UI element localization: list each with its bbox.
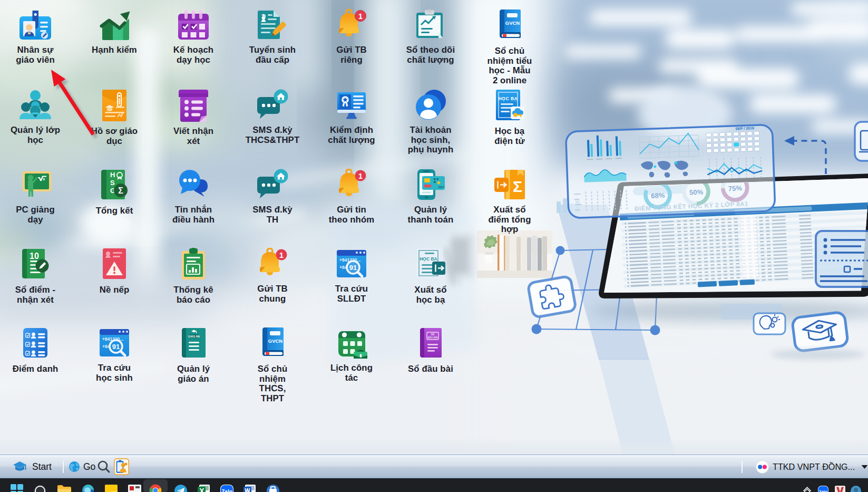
svg-text:x: x — [43, 177, 45, 181]
svg-text:HỌC BẠ: HỌC BẠ — [420, 256, 437, 262]
svg-text:Zalo: Zalo — [221, 489, 232, 492]
svg-text:SỔ: SỔ — [431, 333, 435, 336]
svg-text:GIÁO ÁN: GIÁO ÁN — [188, 335, 200, 338]
svg-text:VNPT: VNPT — [438, 186, 444, 189]
svg-text:10: 10 — [30, 252, 39, 261]
svg-text:1: 1 — [358, 12, 363, 21]
svg-text:1: 1 — [279, 250, 284, 259]
svg-text:91: 91 — [112, 343, 120, 351]
svg-text:S: S — [110, 179, 115, 187]
svg-text:GVCN: GVCN — [268, 338, 283, 344]
svg-text:H: H — [110, 171, 115, 179]
svg-text:HỌC BẠ: HỌC BẠ — [499, 96, 518, 101]
svg-text:GVCN: GVCN — [505, 20, 520, 26]
svg-text:Σ: Σ — [118, 186, 123, 195]
svg-text:1: 1 — [358, 171, 363, 180]
svg-text:SEP / 2019: SEP / 2019 — [735, 126, 754, 130]
svg-text:Σ: Σ — [513, 178, 522, 195]
svg-text:ĐẦU BÀI: ĐẦU BÀI — [427, 336, 437, 339]
svg-text:91: 91 — [349, 264, 357, 272]
svg-text:Zalo: Zalo — [819, 489, 828, 492]
